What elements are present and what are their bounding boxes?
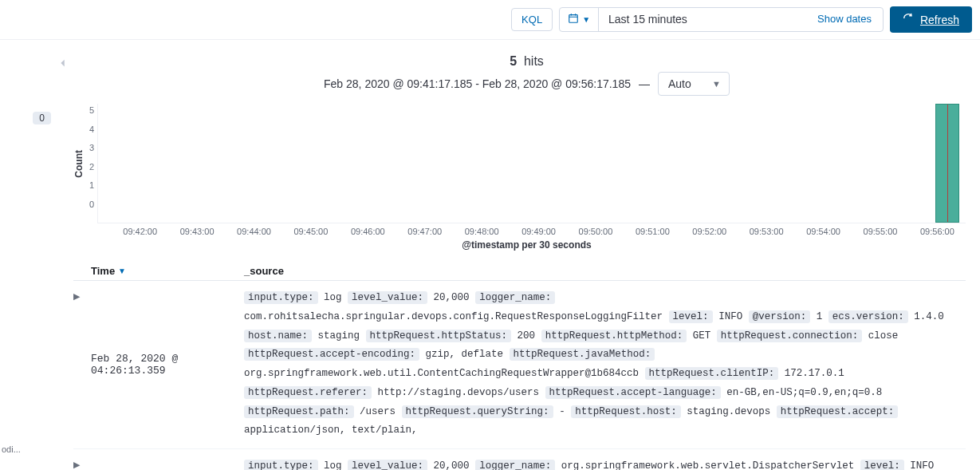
x-tick: 09:48:00 (453, 227, 510, 236)
field-key: logger_name: (475, 291, 555, 304)
chevron-down-icon: ▼ (712, 79, 721, 89)
x-axis-ticks: 09:42:00 09:43:00 09:44:00 09:45:00 09:4… (73, 223, 980, 238)
date-range-picker[interactable]: ▼ Last 15 minutes Show dates (559, 7, 884, 32)
field-key: level_value: (348, 291, 427, 304)
y-tick: 1 (89, 180, 94, 190)
field-value: 200 (518, 330, 536, 342)
field-value: close (868, 330, 899, 342)
field-value: 20,000 (434, 292, 470, 303)
y-tick: 3 (89, 143, 94, 152)
documents-table: Time ▼ _source ▶Feb 28, 2020 @ 04:26:13.… (73, 262, 980, 470)
field-value: /users (360, 406, 396, 417)
field-value: log (324, 460, 342, 470)
field-key: httpRequest.httpStatus: (366, 330, 512, 342)
kql-toggle[interactable]: KQL (511, 8, 553, 31)
y-tick: 0 (89, 199, 94, 209)
x-tick: 09:43:00 (168, 227, 225, 236)
selected-fields-count-badge: 0 (33, 112, 51, 124)
y-tick: 5 (89, 105, 94, 115)
source-header[interactable]: _source (244, 265, 966, 277)
field-value: gzip, deflate (426, 349, 504, 360)
date-range-text[interactable]: Last 15 minutes (599, 8, 806, 31)
histogram-chart: Count 5 4 3 2 1 0 (73, 104, 980, 223)
field-value: 172.17.0.1 (785, 368, 844, 379)
truncated-field-text: odi... (2, 444, 21, 454)
x-tick: 09:52:00 (681, 227, 738, 236)
field-key: httpRequest.accept-encoding: (244, 348, 419, 361)
plot-area[interactable] (97, 104, 966, 223)
field-value: 1.4.0 (914, 311, 944, 322)
field-key: httpRequest.accept-language: (545, 386, 721, 399)
x-tick: 09:50:00 (567, 227, 624, 236)
y-tick: 4 (89, 124, 94, 134)
y-tick: 2 (89, 162, 94, 172)
row-source: input.type: log level_value: 20,000 logg… (244, 457, 966, 470)
time-range-caption: Feb 28, 2020 @ 09:41:17.185 - Feb 28, 20… (73, 72, 980, 96)
refresh-icon (903, 13, 914, 26)
x-tick: 09:51:00 (624, 227, 681, 236)
field-value: com.rohitsalecha.springular.devops.confi… (244, 311, 663, 322)
field-value: GET (693, 330, 711, 342)
field-key: host.name: (244, 330, 312, 342)
main-panel: 5 hits Feb 28, 2020 @ 09:41:17.185 - Feb… (56, 40, 980, 470)
field-value: org.springframework.web.util.ContentCach… (244, 368, 639, 379)
field-value: INFO (910, 460, 934, 470)
field-value: log (324, 292, 342, 303)
expand-row-toggle[interactable]: ▶ (73, 289, 88, 440)
x-tick: 09:45:00 (282, 227, 339, 236)
field-value: org.springframework.web.servlet.Dispatch… (561, 460, 855, 470)
field-value: staging.devops (687, 406, 770, 417)
sort-desc-icon: ▼ (118, 267, 126, 275)
calendar-icon (568, 13, 579, 26)
table-row: ▶Feb 28, 2020 @ 04:26:13.359input.type: … (73, 449, 966, 470)
field-value: http://staging.devops/users (378, 387, 540, 398)
refresh-button[interactable]: Refresh (890, 6, 972, 33)
x-axis-label: @timestamp per 30 seconds (73, 239, 980, 251)
field-key: httpRequest.host: (571, 405, 681, 418)
y-axis-ticks: 5 4 3 2 1 0 (86, 104, 97, 223)
field-key: httpRequest.connection: (717, 330, 863, 342)
chevron-down-icon: ▼ (582, 15, 590, 24)
field-value: 20,000 (434, 460, 470, 470)
field-key: httpRequest.clientIP: (645, 367, 779, 380)
time-header[interactable]: Time ▼ (88, 265, 244, 277)
field-value: application/json, text/plain, (244, 425, 418, 436)
row-time: Feb 28, 2020 @ 04:26:13.359 (88, 457, 244, 470)
field-key: input.type: (244, 291, 318, 304)
collapse-sidebar-icon[interactable] (57, 57, 69, 71)
field-key: input.type: (244, 460, 318, 470)
field-key: httpRequest.path: (244, 405, 354, 418)
fields-sidebar: 0 (0, 40, 56, 470)
dash: — (639, 77, 650, 90)
y-axis-label: Count (73, 150, 85, 178)
field-key: @version: (749, 310, 811, 323)
histogram-bar[interactable] (935, 104, 959, 223)
x-tick: 09:44:00 (226, 227, 282, 236)
time-range-text: Feb 28, 2020 @ 09:41:17.185 - Feb 28, 20… (324, 77, 631, 90)
bar-marker (947, 105, 948, 222)
show-dates-link[interactable]: Show dates (806, 8, 883, 31)
interval-select[interactable]: Auto ▼ (658, 72, 730, 96)
x-tick: 09:42:00 (112, 227, 168, 236)
x-tick: 09:55:00 (852, 227, 908, 236)
row-time: Feb 28, 2020 @ 04:26:13.359 (88, 289, 244, 440)
field-value: en-GB,en-US;q=0.9,en;q=0.8 (726, 387, 882, 398)
expand-row-toggle[interactable]: ▶ (73, 457, 88, 470)
field-value: 1 (817, 311, 823, 322)
field-key: httpRequest.javaMethod: (510, 348, 655, 361)
field-key: level: (669, 310, 713, 323)
interval-value: Auto (668, 77, 691, 90)
hit-count-label: hits (524, 54, 544, 68)
x-tick: 09:46:00 (340, 227, 396, 236)
hit-count-line: 5 hits (73, 54, 980, 69)
hit-count: 5 (510, 54, 517, 68)
field-key: level: (860, 460, 904, 470)
field-value: - (559, 406, 565, 417)
x-tick: 09:49:00 (510, 227, 567, 236)
query-bar: KQL ▼ Last 15 minutes Show dates Refresh (0, 0, 980, 40)
field-key: ecs.version: (828, 310, 908, 323)
field-key: httpRequest.queryString: (402, 405, 553, 418)
field-key: httpRequest.accept: (777, 405, 899, 418)
svg-rect-0 (569, 15, 578, 23)
calendar-button[interactable]: ▼ (560, 8, 599, 31)
